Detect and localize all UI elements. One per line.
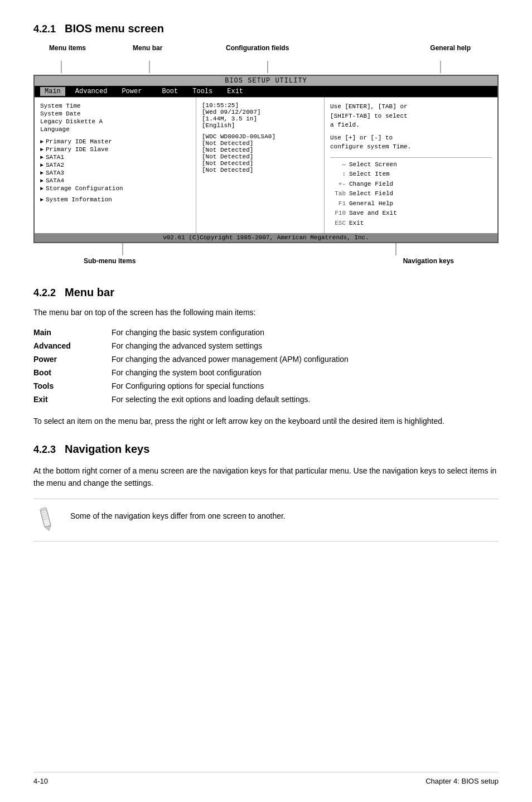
nav-row-esc: ESC Exit — [330, 219, 492, 229]
connector-lines-top — [33, 61, 496, 73]
menu-label-tools: Tools — [33, 379, 112, 393]
bios-menu-boot[interactable]: Boot — [157, 87, 182, 96]
bios-menu-main[interactable]: Main — [40, 87, 65, 96]
bios-item-sata1: ► SATA1 — [40, 153, 190, 161]
menu-desc-main: For changing the basic system configurat… — [112, 326, 499, 339]
section-423-title: 4.2.3 Navigation keys — [33, 443, 499, 456]
table-row-main: Main For changing the basic system confi… — [33, 326, 499, 339]
section-423-num: 4.2.3 — [33, 444, 56, 456]
note-box: Some of the navigation keys differ from … — [33, 499, 499, 542]
bios-left-panel: System Time System Date Legacy Diskette … — [35, 98, 196, 233]
arrow-icon-primary-ide-slave: ► — [40, 147, 43, 153]
bios-item-primary-ide-slave: ► Primary IDE Slave — [40, 146, 190, 153]
menu-label-power: Power — [33, 352, 112, 366]
bios-val-hdd: [WDC WD800JD-00LSA0] — [202, 133, 318, 140]
table-row-boot: Boot For changing the system boot config… — [33, 366, 499, 379]
section-423-intro: At the bottom right corner of a menu scr… — [33, 465, 499, 490]
bios-menu-tools[interactable]: Tools — [188, 87, 217, 96]
menu-label-main: Main — [33, 326, 112, 339]
arrow-icon-storage-config: ► — [40, 186, 43, 192]
bios-content-area: System Time System Date Legacy Diskette … — [35, 97, 497, 233]
bios-help-text: Use [ENTER], [TAB] or [SHIFT-TAB] to sel… — [330, 102, 492, 152]
note-icon — [33, 506, 61, 534]
connector-lines-bottom — [33, 243, 496, 255]
label-sub-menu: Sub-menu items — [84, 257, 136, 265]
bios-val-nd2: [Not Detected] — [202, 147, 318, 153]
bios-item-sata2: ► SATA2 — [40, 161, 190, 169]
nav-sym-f10: F10 — [330, 209, 346, 219]
menu-desc-boot: For changing the system boot configurati… — [112, 366, 499, 379]
nav-row-item: ↕ Select Item — [330, 170, 492, 180]
note-text: Some of the navigation keys differ from … — [70, 506, 286, 522]
bios-item-sata4: ► SATA4 — [40, 177, 190, 185]
nav-sym-item: ↕ — [330, 170, 346, 180]
nav-row-screen: ↔ Select Screen — [330, 160, 492, 170]
section-422: 4.2.2 Menu bar The menu bar on top of th… — [33, 286, 499, 427]
nav-sym-tab: Tab — [330, 189, 346, 199]
nav-row-tab: Tab Select Field — [330, 189, 492, 199]
bios-menu-power[interactable]: Power — [117, 87, 146, 96]
bios-middle-panel: [10:55:25] [Wed 09/12/2007] [1.44M, 3.5 … — [196, 98, 325, 233]
bios-item-system-time: System Time — [40, 102, 190, 110]
menu-desc-tools: For Configuring options for special func… — [112, 379, 499, 393]
menu-desc-power: For changing the advanced power manageme… — [112, 352, 499, 366]
section-421: 4.2.1 BIOS menu screen Menu items Menu b… — [33, 22, 499, 270]
section-421-num: 4.2.1 — [33, 23, 56, 35]
nav-sym-f1: F1 — [330, 199, 346, 209]
label-nav-keys: Navigation keys — [403, 257, 454, 265]
bios-diagram: Menu items Menu bar Configuration fields… — [33, 44, 499, 270]
bios-val-nd1: [Not Detected] — [202, 140, 318, 147]
section-422-title: 4.2.2 Menu bar — [33, 286, 499, 299]
label-menu-items: Menu items — [49, 44, 86, 52]
bios-right-panel: Use [ENTER], [TAB] or [SHIFT-TAB] to sel… — [325, 98, 497, 233]
bios-menu-exit[interactable]: Exit — [223, 87, 248, 96]
nav-row-f10: F10 Save and Exit — [330, 209, 492, 219]
menu-bar-table: Main For changing the basic system confi… — [33, 326, 499, 406]
menu-desc-exit: For selecting the exit options and loadi… — [112, 393, 499, 406]
bios-footer: v02.61 (C)Copyright 1985-2007, American … — [35, 233, 497, 242]
bios-menu-advanced[interactable]: Advanced — [71, 87, 112, 96]
arrow-icon-sata2: ► — [40, 162, 43, 168]
label-general-help: General help — [430, 44, 471, 52]
nav-sym-esc: ESC — [330, 219, 346, 229]
footer-chapter: Chapter 4: BIOS setup — [425, 777, 499, 785]
bios-menu-bar: Main Advanced Power Boot Tools Exit — [35, 86, 497, 97]
table-row-exit: Exit For selecting the exit options and … — [33, 393, 499, 406]
bios-item-legacy: Legacy Diskette A — [40, 118, 190, 125]
bios-val-legacy: [1.44M, 3.5 in] — [202, 115, 318, 122]
table-row-advanced: Advanced For changing the advanced syste… — [33, 339, 499, 352]
bios-item-language: Language — [40, 125, 190, 133]
bios-item-sata3: ► SATA3 — [40, 169, 190, 177]
bios-item-system-info: ► System Information — [40, 196, 190, 204]
bios-item-primary-ide-master: ► Primary IDE Master — [40, 138, 190, 146]
bios-item-storage-config: ► Storage Configuration — [40, 185, 190, 192]
menu-label-boot: Boot — [33, 366, 112, 379]
pencil-icon — [33, 506, 60, 533]
nav-sym-screen: ↔ — [330, 160, 346, 170]
table-row-power: Power For changing the advanced power ma… — [33, 352, 499, 366]
label-menu-bar: Menu bar — [133, 44, 162, 52]
nav-row-change: +- Change Field — [330, 180, 492, 190]
section-423-label: Navigation keys — [65, 443, 149, 456]
menu-desc-advanced: For changing the advanced system setting… — [112, 339, 499, 352]
label-config-fields: Configuration fields — [226, 44, 289, 52]
menu-label-exit: Exit — [33, 393, 112, 406]
bios-val-nd5: [Not Detected] — [202, 167, 318, 173]
section-422-label: Menu bar — [65, 286, 114, 299]
bios-nav-keys: ↔ Select Screen ↕ Select Item +- Change … — [330, 157, 492, 229]
arrow-icon-sata3: ► — [40, 170, 43, 176]
section-421-label: BIOS menu screen — [65, 22, 164, 35]
arrow-icon-sata1: ► — [40, 154, 43, 161]
menu-label-advanced: Advanced — [33, 339, 112, 352]
section-423: 4.2.3 Navigation keys At the bottom righ… — [33, 443, 499, 542]
footer-page-num: 4-10 — [33, 777, 48, 785]
page-footer: 4-10 Chapter 4: BIOS setup — [33, 772, 499, 785]
arrow-icon-sata4: ► — [40, 178, 43, 184]
section-422-intro: The menu bar on top of the screen has th… — [33, 308, 499, 317]
bios-val-date: [Wed 09/12/2007] — [202, 109, 318, 115]
section-421-title: 4.2.1 BIOS menu screen — [33, 22, 499, 35]
bios-title-bar: BIOS SETUP UTILITY — [35, 76, 497, 86]
section-422-num: 4.2.2 — [33, 287, 56, 299]
bios-item-system-date: System Date — [40, 110, 190, 118]
section-422-note: To select an item on the menu bar, press… — [33, 415, 499, 427]
